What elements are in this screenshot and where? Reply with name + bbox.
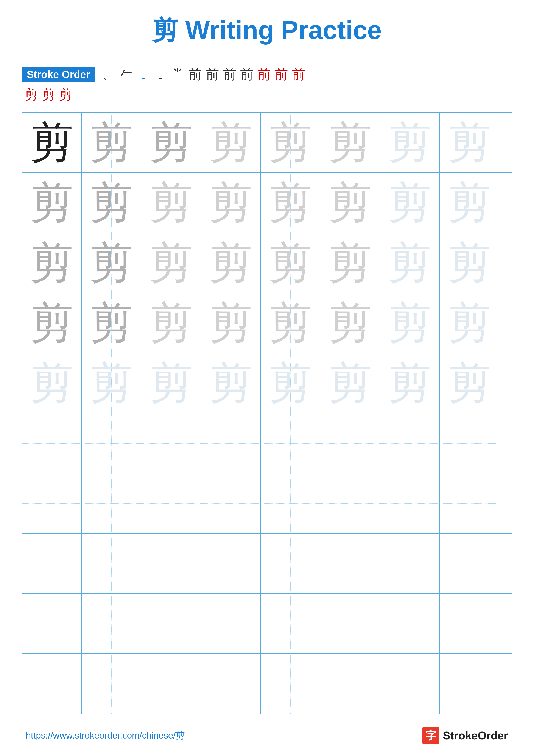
grid-row-10 [22,654,512,714]
char-3-3: 剪 [149,241,192,284]
stroke-5: ⺌ [170,65,186,83]
char-5-5: 剪 [269,362,312,405]
grid-cell-1-1: 剪 [22,113,82,173]
stroke-15: 剪 [58,86,73,104]
grid-cell-4-8: 剪 [440,293,499,353]
char-1-8: 剪 [448,121,491,164]
grid-cell-7-6 [320,473,380,533]
stroke-6: 前 [188,65,203,83]
char-2-6: 剪 [328,181,371,224]
grid-cell-6-7 [380,413,440,473]
grid-cell-4-4: 剪 [201,293,261,353]
grid-cell-10-8 [440,654,499,714]
grid-cell-10-7 [380,654,440,714]
char-4-2: 剪 [90,302,133,345]
grid-row-6 [22,413,512,473]
grid-cell-9-2 [82,594,141,653]
grid-cell-5-1: 剪 [22,353,82,413]
grid-cell-2-2: 剪 [82,173,141,232]
char-3-2: 剪 [90,241,133,284]
char-5-3: 剪 [149,362,192,405]
grid-row-9 [22,594,512,654]
page-title: 剪 Writing Practice [152,13,382,48]
grid-cell-3-1: 剪 [22,233,82,293]
char-1-4: 剪 [209,121,252,164]
char-4-1: 剪 [30,302,73,345]
grid-cell-9-1 [22,594,82,653]
stroke-10: 前 [257,65,272,83]
grid-cell-2-4: 剪 [201,173,261,232]
footer-logo-text: StrokeOrder [443,729,508,742]
grid-cell-1-5: 剪 [261,113,320,173]
grid-cell-1-8: 剪 [440,113,499,173]
grid-cell-7-2 [82,473,141,533]
char-2-8: 剪 [448,181,491,224]
grid-cell-8-6 [320,534,380,593]
grid-cell-2-1: 剪 [22,173,82,232]
char-1-7: 剪 [388,121,431,164]
grid-cell-5-4: 剪 [201,353,261,413]
grid-cell-3-4: 剪 [201,233,261,293]
grid-cell-10-1 [22,654,82,714]
char-4-7: 剪 [388,302,431,345]
stroke-order-badge: Stroke Order [21,67,95,82]
grid-cell-10-3 [141,654,201,714]
grid-cell-3-6: 剪 [320,233,380,293]
grid-cell-6-8 [440,413,499,473]
char-3-6: 剪 [328,241,371,284]
stroke-4: 𠃌 [153,67,168,82]
grid-cell-6-4 [201,413,261,473]
stroke-7: 前 [205,65,220,83]
grid-cell-5-2: 剪 [82,353,141,413]
grid-cell-4-2: 剪 [82,293,141,353]
grid-cell-8-3 [141,534,201,593]
grid-cell-2-3: 剪 [141,173,201,232]
page: 剪 Writing Practice Stroke Order 、 𠂉 𠂆 𠃌 … [0,0,534,756]
practice-grid: 剪 剪 剪 剪 剪 剪 剪 剪 剪 剪 剪 剪 剪 剪 剪 剪 剪 剪 剪 剪 … [21,112,513,714]
grid-cell-5-6: 剪 [320,353,380,413]
grid-cell-9-8 [440,594,499,653]
grid-cell-6-6 [320,413,380,473]
grid-cell-1-2: 剪 [82,113,141,173]
char-5-8: 剪 [448,362,491,405]
grid-cell-1-3: 剪 [141,113,201,173]
stroke-order-section: Stroke Order 、 𠂉 𠂆 𠃌 ⺌ 前 前 前 前 前 前 前 剪 剪… [21,65,513,104]
grid-cell-9-5 [261,594,320,653]
char-3-8: 剪 [448,241,491,284]
stroke-14: 剪 [41,86,56,104]
grid-cell-1-4: 剪 [201,113,261,173]
stroke-8: 前 [222,65,237,83]
char-2-2: 剪 [90,181,133,224]
grid-cell-10-5 [261,654,320,714]
grid-cell-5-8: 剪 [440,353,499,413]
char-3-7: 剪 [388,241,431,284]
grid-cell-3-5: 剪 [261,233,320,293]
char-4-6: 剪 [328,302,371,345]
grid-row-5: 剪 剪 剪 剪 剪 剪 剪 剪 [22,353,512,413]
grid-cell-7-4 [201,473,261,533]
grid-cell-8-5 [261,534,320,593]
char-4-5: 剪 [269,302,312,345]
grid-cell-4-7: 剪 [380,293,440,353]
grid-cell-10-2 [82,654,141,714]
grid-cell-10-6 [320,654,380,714]
stroke-order-row2: 剪 剪 剪 [24,86,513,104]
grid-cell-7-8 [440,473,499,533]
grid-cell-4-6: 剪 [320,293,380,353]
grid-cell-9-3 [141,594,201,653]
footer-url: https://www.strokeorder.com/chinese/剪 [26,729,185,742]
grid-cell-6-1 [22,413,82,473]
char-2-3: 剪 [149,181,192,224]
grid-cell-7-1 [22,473,82,533]
stroke-3: 𠂆 [136,67,151,82]
char-5-2: 剪 [90,362,133,405]
grid-cell-3-2: 剪 [82,233,141,293]
grid-cell-9-7 [380,594,440,653]
grid-cell-4-3: 剪 [141,293,201,353]
char-1-2: 剪 [90,121,133,164]
char-2-5: 剪 [269,181,312,224]
grid-cell-8-1 [22,534,82,593]
grid-cell-5-3: 剪 [141,353,201,413]
char-3-4: 剪 [209,241,252,284]
char-1-1: 剪 [30,121,73,164]
